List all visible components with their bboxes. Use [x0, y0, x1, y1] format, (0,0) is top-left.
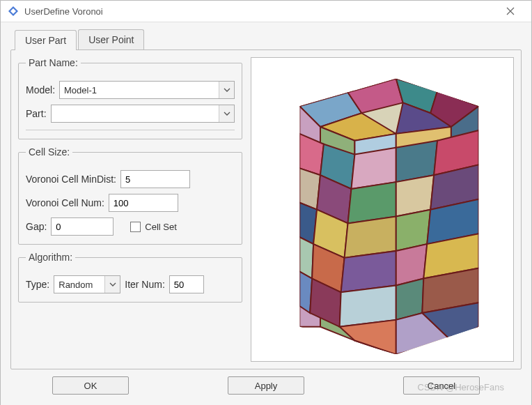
preview-panel	[251, 57, 514, 362]
chevron-down-icon	[104, 276, 120, 293]
label-mindist: Voronoi Cell MinDist:	[26, 174, 116, 185]
combo-model-value: Model-1	[64, 85, 97, 95]
titlebar: UserDefine Voronoi	[1, 1, 531, 22]
tab-user-part[interactable]: User Part	[15, 30, 77, 50]
apply-button[interactable]: Apply	[228, 376, 304, 395]
group-cell-size: Cell Size: Voronoi Cell MinDist: Voronoi…	[18, 146, 242, 245]
dialog-window: UserDefine Voronoi User Part User Point …	[0, 0, 532, 405]
input-gap[interactable]	[51, 217, 114, 236]
app-icon	[8, 6, 19, 17]
tab-user-point[interactable]: User Point	[78, 29, 144, 49]
label-iternum: Iter Num:	[125, 279, 165, 290]
label-gap: Gap:	[26, 221, 47, 232]
label-model: Model:	[26, 84, 55, 95]
close-button[interactable]	[496, 1, 524, 22]
content-area: User Part User Point Part Name: Model: M…	[1, 22, 531, 405]
checkbox-box-icon	[130, 222, 141, 232]
ok-button[interactable]: OK	[52, 376, 129, 395]
legend-cell-size: Cell Size:	[26, 146, 72, 158]
button-bar: OK Apply Cancel	[10, 369, 522, 403]
chevron-down-icon	[219, 82, 234, 98]
voronoi-preview-image	[258, 65, 506, 354]
tab-panel: Part Name: Model: Model-1 Part:	[10, 49, 522, 369]
left-column: Part Name: Model: Model-1 Part:	[18, 57, 242, 362]
combo-type[interactable]: Random	[54, 275, 120, 293]
combo-part[interactable]	[51, 105, 235, 123]
input-iternum[interactable]	[169, 275, 204, 293]
label-cellset: Cell Set	[145, 222, 177, 232]
legend-algorithm: Algorithm:	[26, 252, 75, 263]
input-mindist[interactable]	[120, 170, 190, 188]
checkbox-cellset[interactable]: Cell Set	[130, 222, 177, 232]
group-algorithm: Algorithm: Type: Random Iter Num:	[18, 252, 242, 303]
window-title: UserDefine Voronoi	[24, 6, 496, 17]
cancel-button[interactable]: Cancel	[403, 376, 480, 395]
combo-model[interactable]: Model-1	[59, 81, 235, 99]
label-cellnum: Voronoi Cell Num:	[26, 197, 104, 208]
group-part-name: Part Name: Model: Model-1 Part:	[18, 57, 242, 139]
combo-type-value: Random	[58, 280, 93, 290]
input-cellnum[interactable]	[109, 194, 178, 212]
divider	[26, 130, 235, 130]
label-part: Part:	[26, 108, 47, 119]
label-type: Type:	[26, 279, 49, 290]
legend-part-name: Part Name:	[26, 57, 81, 68]
tab-strip: User Part User Point	[15, 29, 522, 49]
chevron-down-icon	[219, 105, 234, 122]
